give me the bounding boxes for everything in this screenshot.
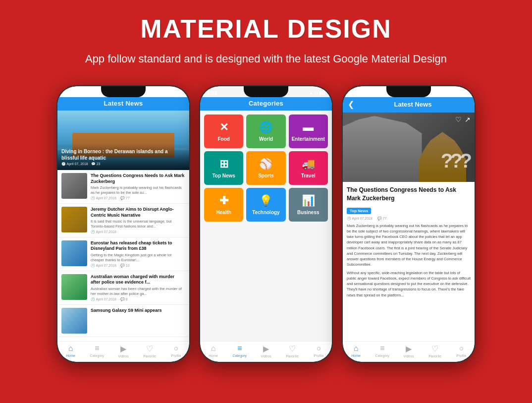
article-meta-3: 🕐 April 07,2018 💬 77 <box>347 217 471 221</box>
status-icons-2: ▲ ))) ▮▮▮ <box>309 91 325 95</box>
nav-category-3[interactable]: ≡ Category <box>369 344 395 358</box>
article-text-2: Without any specific, wide-reaching legi… <box>347 270 471 298</box>
nav-videos-1[interactable]: ▶ Videos <box>110 344 136 358</box>
nav-favorite-2[interactable]: ♡ Favorite <box>279 344 306 358</box>
nav-category-1[interactable]: ≡ Category <box>84 344 110 358</box>
nav-profile-1[interactable]: ○ Profile <box>163 344 189 358</box>
hero-actions-3: ♡ ↗ <box>455 115 471 123</box>
page-header: MATERIAL DESIGN App follow standard and … <box>0 0 532 70</box>
cat-travel[interactable]: 🚚 Travel <box>289 151 328 185</box>
nav-favorite-1[interactable]: ♡ Favorite <box>137 344 163 358</box>
news-item-2[interactable]: Jeremy Dutcher Aims to Disrupt Anglo-Cen… <box>57 204 189 237</box>
categories-grid: ✕ Food 🌐 World ▬ Entertainment ⊞ Top New… <box>200 111 332 226</box>
article-text-1: Mark Zuckerberg is probably wearing out … <box>347 223 471 268</box>
notch-2 <box>244 86 288 97</box>
nav-profile-3[interactable]: ○ Profile <box>448 344 475 358</box>
cat-health[interactable]: ✚ Health <box>204 188 243 222</box>
cat-technology[interactable]: 💡 Technology <box>246 188 285 222</box>
notch-3 <box>386 86 431 97</box>
news-item-1[interactable]: The Questions Congress Needs to Ask Mark… <box>57 170 189 204</box>
app-bar-3: ❮ Latest News <box>343 97 475 113</box>
nav-profile-2[interactable]: ○ Profile <box>306 344 332 358</box>
hero-image-1: Diving in Borneo : the Derawan islands a… <box>57 111 189 170</box>
phones-container: 1:52 ▲ ))) ▮▮▮ Latest News Diving in Bor… <box>0 70 532 363</box>
cat-world[interactable]: 🌐 World <box>246 115 285 148</box>
thumb-4 <box>61 274 87 300</box>
thumb-5 <box>61 308 87 334</box>
status-icons-3: ▲ ))) ▮▮▮ <box>452 91 468 95</box>
main-title: MATERIAL DESIGN <box>0 14 532 44</box>
thumb-2 <box>61 207 87 232</box>
nav-videos-3[interactable]: ▶ Videos <box>395 344 422 358</box>
nav-videos-2[interactable]: ▶ Videos <box>253 344 279 358</box>
cat-topnews[interactable]: ⊞ Top News <box>204 151 243 185</box>
time-1: 1:52 <box>64 90 74 96</box>
time-3: 1:52 <box>350 90 360 96</box>
hero-image-3: ♡ ↗ ??? <box>343 113 475 182</box>
time-2: 1:52 <box>207 90 217 96</box>
news-content-4: Australian woman charged with murder aft… <box>91 274 185 301</box>
phone-1-screen: 1:52 ▲ ))) ▮▮▮ Latest News Diving in Bor… <box>57 86 189 362</box>
qmark-decoration: ??? <box>441 150 470 172</box>
nav-category-2[interactable]: ≡ Category <box>226 344 253 358</box>
news-content-3: Eurostar has released cheap tickets to D… <box>91 240 185 268</box>
cat-sports[interactable]: ⚾ Sports <box>246 151 285 185</box>
news-content-1: The Questions Congress Needs to Ask Mark… <box>91 173 185 200</box>
notch-1 <box>101 86 146 97</box>
bottom-nav-1: ⌂ Home ≡ Category ▶ Videos ♡ Favorite ○ <box>57 341 189 362</box>
news-content-5: Samsung Galaxy S9 Mini appears <box>91 308 185 314</box>
nav-favorite-3[interactable]: ♡ Favorite <box>422 344 448 358</box>
thumb-3 <box>61 240 87 266</box>
phone-1: 1:52 ▲ ))) ▮▮▮ Latest News Diving in Bor… <box>56 85 190 363</box>
phone-2-screen: 1:52 ▲ ))) ▮▮▮ Categories ✕ Food 🌐 World… <box>200 86 332 362</box>
news-item-3[interactable]: Eurostar has released cheap tickets to D… <box>57 237 189 271</box>
nav-home-3[interactable]: ⌂ Home <box>343 344 369 358</box>
phone-3: 1:52 ▲ ))) ▮▮▮ ❮ Latest News ♡ ↗ ??? <box>342 85 476 363</box>
news-item-5[interactable]: Samsung Galaxy S9 Mini appears <box>57 305 189 337</box>
thumb-1 <box>61 173 87 199</box>
hero-overlay-1: Diving in Borneo : the Derawan islands a… <box>57 144 189 170</box>
cat-business[interactable]: 📊 Business <box>289 188 328 222</box>
bottom-nav-3: ⌂ Home ≡ Category ▶ Videos ♡ Favorite ○ <box>343 341 475 362</box>
status-icons-1: ▲ ))) ▮▮▮ <box>166 91 182 95</box>
cat-entertainment[interactable]: ▬ Entertainment <box>289 115 328 148</box>
nav-home-1[interactable]: ⌂ Home <box>57 344 84 358</box>
cat-food[interactable]: ✕ Food <box>204 115 243 148</box>
news-list-1: The Questions Congress Needs to Ask Mark… <box>57 170 189 337</box>
hero-title-1: Diving in Borneo : the Derawan islands a… <box>61 148 185 161</box>
subtitle: App follow standard and is designed with… <box>0 53 532 65</box>
hero-meta-1: 🕐 April 07, 2018 💬 23 <box>61 162 185 166</box>
app-bar-2: Categories <box>200 97 332 111</box>
back-icon[interactable]: ❮ <box>348 100 354 109</box>
news-content-2: Jeremy Dutcher Aims to Disrupt Anglo-Cen… <box>91 207 185 234</box>
bookmark-icon[interactable]: ♡ <box>455 115 462 123</box>
phone-2: 1:52 ▲ ))) ▮▮▮ Categories ✕ Food 🌐 World… <box>199 85 333 363</box>
app-bar-1: Latest News <box>57 97 189 111</box>
article-body: The Questions Congress Needs to Ask Mark… <box>343 182 475 302</box>
nav-home-2[interactable]: ⌂ Home <box>200 344 226 358</box>
article-title: The Questions Congress Needs to Ask Mark… <box>347 186 471 203</box>
article-tag[interactable]: Top News <box>347 208 371 214</box>
news-item-4[interactable]: Australian woman charged with murder aft… <box>57 271 189 305</box>
share-icon[interactable]: ↗ <box>465 115 471 123</box>
bottom-nav-2: ⌂ Home ≡ Category ▶ Videos ♡ Favorite ○ <box>200 341 332 362</box>
phone-3-screen: 1:52 ▲ ))) ▮▮▮ ❮ Latest News ♡ ↗ ??? <box>343 86 475 362</box>
